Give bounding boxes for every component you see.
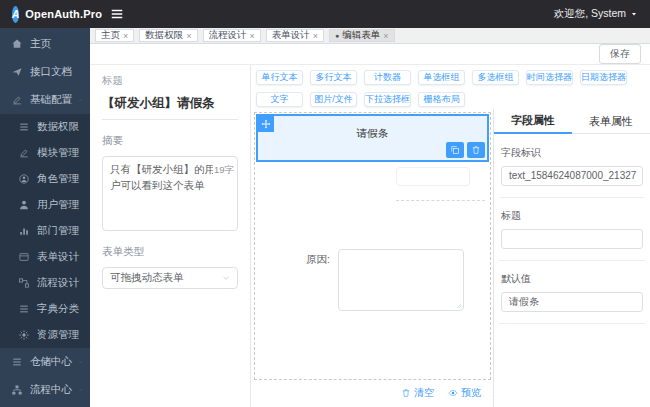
palette-single-line-text[interactable]: 单行文本 bbox=[256, 70, 303, 85]
properties-tabs: 字段属性 表单属性 bbox=[494, 109, 650, 134]
sidebar-item-data-permission[interactable]: 数据权限 bbox=[0, 114, 90, 140]
sidebar-item-form-design[interactable]: 表单设计 bbox=[0, 244, 90, 270]
field-id-input[interactable]: text_1584624087000_21327 bbox=[501, 166, 643, 186]
hamburger-icon[interactable] bbox=[110, 7, 124, 21]
trash-icon bbox=[471, 145, 481, 155]
sidebar-item-label: 接口文档 bbox=[30, 65, 72, 79]
summary-text: 只有【研发小组】的用户可以看到这个表单 bbox=[110, 163, 215, 191]
reason-component[interactable]: 原因: bbox=[255, 249, 490, 311]
welcome-text: 欢迎您, System bbox=[554, 7, 626, 21]
palette-dropdown[interactable]: 下拉选择框 bbox=[364, 92, 411, 107]
title-label: 标题 bbox=[102, 74, 238, 88]
tab-label: 数据权限 bbox=[145, 29, 183, 42]
copy-icon bbox=[450, 145, 460, 155]
tab-edit-form[interactable]: ● 编辑表单 × bbox=[329, 29, 395, 42]
drag-handle-icon[interactable] bbox=[258, 116, 274, 132]
list-icon bbox=[11, 356, 23, 368]
tab-close-icon[interactable]: × bbox=[383, 31, 388, 41]
tab-close-icon[interactable]: × bbox=[250, 31, 255, 41]
palette-text[interactable]: 文字 bbox=[256, 92, 303, 107]
palette-multi-line-text[interactable]: 多行文本 bbox=[310, 70, 357, 85]
palette-counter[interactable]: 计数器 bbox=[364, 70, 411, 85]
summary-textarea[interactable]: 只有【研发小组】的用户可以看到这个表单 19字 bbox=[102, 156, 238, 231]
sidebar-item-label: 流程设计 bbox=[37, 276, 79, 290]
tab-label: 编辑表单 bbox=[342, 29, 380, 42]
tab-close-icon[interactable]: × bbox=[123, 31, 128, 41]
save-button[interactable]: 保存 bbox=[599, 44, 641, 64]
tab-close-icon[interactable]: × bbox=[186, 31, 191, 41]
sidebar-item-label: 主页 bbox=[30, 37, 51, 51]
resize-handle-icon[interactable] bbox=[454, 301, 462, 309]
form-type-select[interactable]: 可拖拽动态表单 bbox=[102, 267, 238, 289]
tab-label: 表单设计 bbox=[272, 29, 310, 42]
form-title-input[interactable]: 【研发小组】请假条 bbox=[102, 88, 238, 120]
sidebar-item-label: 用户管理 bbox=[37, 198, 79, 212]
clear-label: 清空 bbox=[414, 386, 434, 400]
copy-component-button[interactable] bbox=[446, 142, 464, 158]
palette-grid-layout[interactable]: 栅格布局 bbox=[418, 92, 465, 107]
palette-time-picker[interactable]: 时间选择器 bbox=[526, 70, 573, 85]
eye-icon bbox=[448, 388, 458, 398]
chevron-up-icon bbox=[79, 96, 82, 104]
chevron-down-icon bbox=[79, 386, 82, 394]
palette-checkbox-group[interactable]: 多选框组 bbox=[472, 70, 519, 85]
tab-bar: 主页 × 数据权限 × 流程设计 × 表单设计 × ● 编辑表单 bbox=[90, 28, 650, 44]
palette-radio-group[interactable]: 单选框组 bbox=[418, 70, 465, 85]
brand-name: OpenAuth.Pro bbox=[25, 8, 102, 20]
sidebar-item-process-design[interactable]: 流程设计 bbox=[0, 270, 90, 296]
text-input-component[interactable] bbox=[396, 167, 470, 186]
clear-button[interactable]: 清空 bbox=[401, 386, 434, 400]
tab-home[interactable]: 主页 × bbox=[95, 29, 134, 42]
field-title-input[interactable] bbox=[501, 229, 643, 249]
design-canvas[interactable]: 请假条 原因: bbox=[254, 112, 491, 380]
sidebar-group-warehouse[interactable]: 仓储中心 bbox=[0, 348, 90, 376]
list-icon bbox=[18, 303, 30, 315]
sidebar-group-process-center[interactable]: 流程中心 bbox=[0, 376, 90, 404]
sidebar-item-dept-mgmt[interactable]: 部门管理 bbox=[0, 218, 90, 244]
tab-field-properties[interactable]: 字段属性 bbox=[494, 109, 572, 134]
form-designer: 单行文本 多行文本 计数器 单选框组 多选框组 时间选择器 日期选择器 文字 图… bbox=[251, 65, 650, 407]
tab-label: 流程设计 bbox=[209, 29, 247, 42]
default-value-label: 默认值 bbox=[501, 272, 643, 286]
tab-form-design[interactable]: 表单设计 × bbox=[266, 29, 324, 42]
component-palette: 单行文本 多行文本 计数器 单选框组 多选框组 时间选择器 日期选择器 文字 图… bbox=[251, 65, 650, 109]
flow-icon bbox=[18, 277, 30, 289]
top-bar: A OpenAuth.Pro 欢迎您, System bbox=[0, 0, 650, 28]
palette-image-file[interactable]: 图片/文件 bbox=[310, 92, 357, 107]
preview-button[interactable]: 预览 bbox=[448, 386, 481, 400]
sidebar-item-home[interactable]: 主页 bbox=[0, 30, 90, 58]
summary-label: 摘要 bbox=[102, 134, 238, 148]
sidebar: 主页 接口文档 基础配置 数据权限 模块管理 bbox=[0, 28, 90, 407]
sidebar-group-base-config[interactable]: 基础配置 bbox=[0, 86, 90, 114]
preview-label: 预览 bbox=[461, 386, 481, 400]
sidebar-item-api-docs[interactable]: 接口文档 bbox=[0, 58, 90, 86]
tab-form-properties[interactable]: 表单属性 bbox=[572, 109, 650, 134]
sidebar-item-role-mgmt[interactable]: 角色管理 bbox=[0, 166, 90, 192]
sidebar-item-label: 资源管理 bbox=[37, 328, 79, 342]
user-menu[interactable]: 欢迎您, System bbox=[554, 7, 638, 21]
form-type-label: 表单类型 bbox=[102, 245, 238, 259]
sidebar-item-user-mgmt[interactable]: 用户管理 bbox=[0, 192, 90, 218]
brand[interactable]: A OpenAuth.Pro bbox=[12, 6, 98, 23]
home-icon bbox=[11, 38, 23, 50]
role-icon bbox=[18, 173, 30, 185]
tab-data-permission[interactable]: 数据权限 × bbox=[139, 29, 197, 42]
properties-panel: 字段属性 表单属性 字段标识 text_1584624087000_21327 … bbox=[493, 109, 650, 407]
selected-component-text: 请假条 bbox=[258, 116, 487, 141]
tab-process-design[interactable]: 流程设计 × bbox=[203, 29, 261, 42]
delete-component-button[interactable] bbox=[467, 142, 485, 158]
trash-icon bbox=[401, 388, 411, 398]
divider bbox=[499, 260, 645, 261]
canvas-footer: 清空 预览 bbox=[251, 380, 493, 406]
sidebar-item-module-mgmt[interactable]: 模块管理 bbox=[0, 140, 90, 166]
tab-close-icon[interactable]: × bbox=[313, 31, 318, 41]
edit-icon bbox=[11, 94, 23, 106]
reason-textarea[interactable] bbox=[338, 249, 464, 311]
selected-component[interactable]: 请假条 bbox=[256, 114, 489, 162]
list-icon bbox=[18, 121, 30, 133]
sidebar-item-dict-category[interactable]: 字典分类 bbox=[0, 296, 90, 322]
sidebar-item-label: 表单设计 bbox=[37, 250, 79, 264]
sidebar-item-resource-mgmt[interactable]: 资源管理 bbox=[0, 322, 90, 348]
palette-date-picker[interactable]: 日期选择器 bbox=[580, 70, 627, 85]
default-value-input[interactable]: 请假条 bbox=[501, 292, 643, 312]
